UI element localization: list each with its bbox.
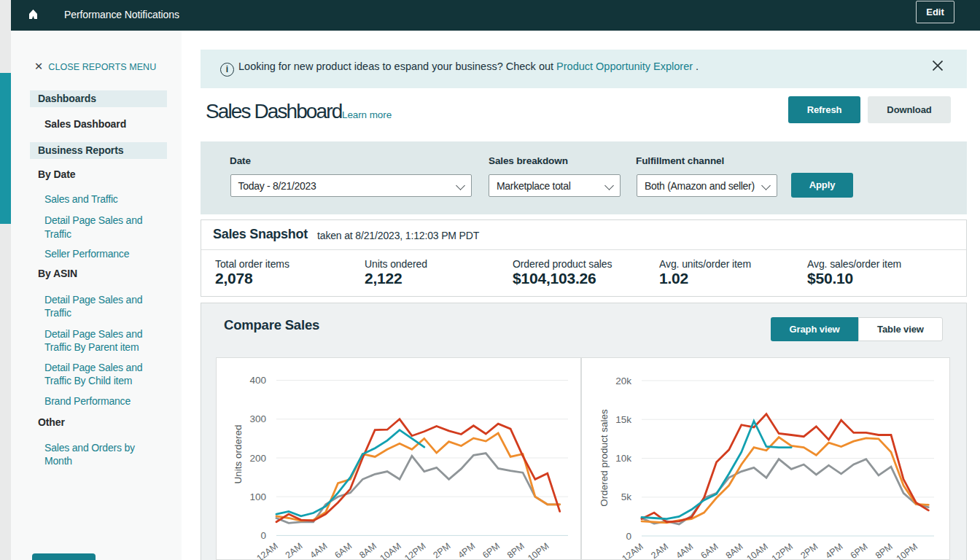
svg-text:6PM: 6PM — [849, 541, 870, 560]
svg-text:10AM: 10AM — [378, 541, 402, 560]
svg-text:12PM: 12PM — [402, 541, 427, 560]
svg-text:4PM: 4PM — [824, 541, 845, 560]
svg-text:8PM: 8PM — [505, 541, 526, 560]
svg-text:300: 300 — [249, 413, 266, 424]
svg-text:12AM: 12AM — [620, 541, 645, 560]
svg-text:6AM: 6AM — [332, 541, 354, 560]
svg-text:400: 400 — [249, 375, 266, 386]
svg-text:8AM: 8AM — [357, 541, 378, 560]
svg-text:20k: 20k — [615, 376, 631, 386]
svg-text:2AM: 2AM — [649, 541, 670, 560]
svg-text:2PM: 2PM — [798, 541, 820, 560]
svg-text:Units ordered: Units ordered — [233, 424, 244, 483]
svg-text:10k: 10k — [615, 453, 631, 464]
svg-text:2PM: 2PM — [432, 541, 453, 560]
svg-text:200: 200 — [249, 453, 266, 464]
svg-text:8PM: 8PM — [874, 541, 895, 560]
svg-text:6AM: 6AM — [699, 541, 720, 560]
svg-text:6PM: 6PM — [481, 541, 502, 560]
svg-text:4PM: 4PM — [456, 541, 477, 560]
svg-text:8AM: 8AM — [724, 541, 745, 560]
svg-text:10AM: 10AM — [744, 541, 769, 560]
svg-text:0: 0 — [260, 530, 266, 541]
svg-text:100: 100 — [249, 491, 266, 502]
svg-text:4AM: 4AM — [308, 541, 330, 560]
svg-text:5k: 5k — [621, 491, 632, 502]
svg-text:12PM: 12PM — [770, 541, 795, 560]
svg-text:2AM: 2AM — [284, 541, 305, 560]
svg-text:10PM: 10PM — [895, 541, 919, 560]
svg-text:0: 0 — [626, 531, 631, 542]
svg-text:4AM: 4AM — [674, 541, 695, 560]
svg-text:15k: 15k — [615, 414, 631, 425]
svg-text:10PM: 10PM — [526, 541, 551, 560]
svg-text:12AM: 12AM — [254, 541, 279, 560]
svg-text:Ordered product sales: Ordered product sales — [599, 409, 610, 507]
